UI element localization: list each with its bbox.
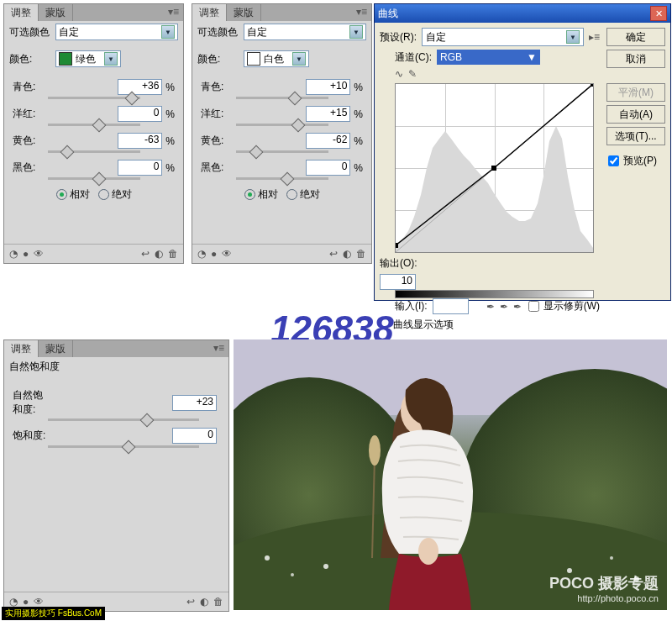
slider-track[interactable]: [48, 97, 140, 99]
slider-track[interactable]: [236, 177, 328, 180]
slider-lbl: 青色:: [13, 80, 48, 94]
tab-mask[interactable]: 蒙版: [227, 4, 261, 21]
chan-lbl: 通道(C):: [395, 50, 432, 65]
icon[interactable]: ◐: [343, 248, 351, 260]
options-button[interactable]: 选项(T)...: [606, 127, 665, 145]
slider-val[interactable]: +15: [306, 106, 350, 122]
slider-track[interactable]: [48, 177, 140, 180]
swatch-icon: [247, 52, 260, 66]
tab-mask[interactable]: 蒙版: [39, 4, 73, 21]
icon[interactable]: ◔: [9, 596, 18, 608]
dlg-title: 曲线: [378, 7, 398, 21]
icon[interactable]: ●: [211, 248, 217, 260]
eye-icon[interactable]: 👁: [34, 248, 44, 260]
panel-menu[interactable]: ▾≡: [209, 340, 228, 357]
icon[interactable]: ◔: [9, 248, 18, 260]
cancel-button[interactable]: 取消: [606, 50, 665, 68]
slider-lbl: 黄色:: [201, 134, 236, 148]
eyedrop-icon[interactable]: ✒: [486, 301, 495, 313]
panel-menu[interactable]: ▾≡: [352, 4, 371, 21]
slider-val[interactable]: 0: [118, 160, 162, 176]
slider-track[interactable]: [48, 124, 140, 126]
svg-rect-4: [591, 84, 593, 87]
mode-rel[interactable]: 相对: [244, 187, 278, 202]
eyedrop-icon[interactable]: ✒: [513, 301, 522, 313]
color-dd[interactable]: 绿色▼: [55, 50, 121, 67]
slider-lbl: 饱和度:: [13, 429, 48, 443]
out-lbl: 输出(O):: [380, 256, 417, 271]
slider-val[interactable]: 0: [172, 428, 217, 444]
footer-credit: 实用摄影技巧 FsBus.CoM: [2, 607, 105, 620]
eye-icon[interactable]: 👁: [222, 248, 232, 260]
icon[interactable]: ◔: [197, 248, 206, 260]
in-ramp[interactable]: [395, 290, 594, 298]
icon[interactable]: ◐: [155, 248, 163, 260]
preset-dd[interactable]: 自定▼: [422, 28, 584, 46]
chevron-down-icon: ▼: [292, 52, 306, 66]
icon[interactable]: ●: [23, 596, 29, 608]
opts[interactable]: 曲线显示选项: [393, 318, 454, 332]
slider-track[interactable]: [236, 97, 328, 99]
svg-point-10: [291, 573, 294, 576]
color-dd[interactable]: 白色▼: [244, 50, 309, 67]
out-val[interactable]: 10: [380, 274, 416, 290]
trash-icon[interactable]: 🗑: [356, 248, 366, 260]
preview-chk[interactable]: 预览(P): [606, 154, 665, 168]
tab-adjust[interactable]: 调整: [192, 4, 227, 21]
eye-icon[interactable]: 👁: [34, 596, 44, 608]
slider-val[interactable]: +23: [172, 395, 217, 411]
preset-dd[interactable]: 自定▼: [244, 24, 366, 40]
curve-tool-icon[interactable]: ∿: [395, 68, 403, 80]
trash-icon[interactable]: 🗑: [213, 596, 223, 608]
title: 可选颜色: [197, 25, 244, 39]
tab-adjust[interactable]: 调整: [4, 340, 39, 357]
mode-abs[interactable]: 绝对: [98, 187, 132, 202]
curves-chart[interactable]: [395, 83, 594, 253]
pencil-icon[interactable]: ✎: [408, 68, 417, 80]
icon[interactable]: ●: [23, 248, 29, 260]
trash-icon[interactable]: 🗑: [168, 248, 178, 260]
svg-point-13: [610, 556, 613, 560]
svg-rect-2: [396, 243, 398, 248]
panel-menu[interactable]: ▾≡: [164, 4, 183, 21]
slider-val[interactable]: +10: [306, 79, 350, 95]
icon[interactable]: ↩: [329, 248, 338, 260]
icon[interactable]: ↩: [141, 248, 150, 260]
ok-button[interactable]: 确定: [606, 28, 665, 46]
tab-adjust[interactable]: 调整: [4, 4, 39, 21]
slider-lbl: 自然饱和度:: [13, 388, 48, 417]
svg-point-18: [369, 435, 381, 466]
slider-track[interactable]: [236, 150, 328, 153]
icon[interactable]: ◐: [200, 596, 208, 608]
slider-val[interactable]: 0: [118, 106, 162, 122]
in-val[interactable]: [433, 298, 469, 314]
color-lbl: 颜色:: [197, 52, 244, 66]
svg-rect-3: [491, 166, 496, 171]
slider-lbl: 黑色:: [13, 161, 48, 175]
eyedrop-icon[interactable]: ✒: [500, 301, 508, 313]
close-icon[interactable]: ✕: [650, 6, 667, 21]
icon[interactable]: ↩: [186, 596, 195, 608]
auto-button[interactable]: 自动(A): [606, 105, 665, 124]
slider-track[interactable]: [48, 445, 199, 448]
slider-val[interactable]: +36: [118, 79, 162, 95]
menu-icon[interactable]: ▸≡: [589, 31, 600, 43]
slider-val[interactable]: -63: [118, 133, 162, 149]
channel-dd[interactable]: RGB▼: [437, 50, 540, 65]
slider-lbl: 洋红:: [201, 107, 236, 121]
mode-rel[interactable]: 相对: [56, 187, 90, 202]
slider-val[interactable]: -62: [306, 133, 350, 149]
slider-track[interactable]: [236, 124, 328, 126]
mode-abs[interactable]: 绝对: [286, 187, 320, 202]
slider-val[interactable]: 0: [306, 160, 350, 176]
chevron-down-icon: ▼: [349, 25, 363, 39]
tab-mask[interactable]: 蒙版: [39, 340, 73, 357]
color-lbl: 颜色:: [9, 52, 55, 66]
slider-track[interactable]: [48, 418, 199, 421]
chevron-down-icon: ▼: [104, 52, 118, 66]
slider-lbl: 黄色:: [13, 134, 48, 148]
show-clip[interactable]: 显示修剪(W): [527, 299, 600, 313]
preset-lbl: 预设(R):: [380, 30, 417, 45]
preset-dd[interactable]: 自定▼: [55, 24, 178, 40]
slider-track[interactable]: [48, 150, 140, 153]
